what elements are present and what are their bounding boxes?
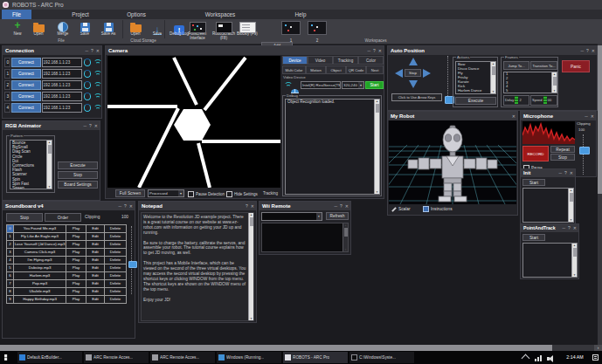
edit-button[interactable]: Edit bbox=[86, 249, 104, 256]
wii-scrollbar[interactable] bbox=[343, 223, 348, 251]
play-button[interactable]: Play bbox=[66, 225, 86, 232]
play-button[interactable]: Play bbox=[66, 280, 86, 287]
delay-spinner[interactable]: Delay 2 bbox=[503, 95, 529, 106]
minimize-icon[interactable]: ─ bbox=[562, 225, 565, 230]
taskbar-item-4[interactable]: Windows (Running... bbox=[217, 352, 281, 363]
actions-scrollbar[interactable] bbox=[490, 62, 495, 93]
connect-button[interactable]: Connect bbox=[11, 80, 40, 90]
minimize-icon[interactable]: ─ bbox=[558, 170, 562, 175]
open-button[interactable]: Open bbox=[27, 20, 50, 36]
repeat-button[interactable]: Repeat bbox=[550, 146, 575, 153]
minimize-icon[interactable]: ─ bbox=[367, 48, 370, 53]
save-as-button[interactable]: Save As bbox=[96, 20, 121, 36]
camera-tab-color[interactable]: Color bbox=[358, 56, 384, 65]
taskbar-item-5[interactable]: ROBOTS - ARC Pro bbox=[283, 352, 348, 363]
delete-button[interactable]: Delete bbox=[104, 264, 126, 271]
wifi-icon[interactable] bbox=[93, 70, 101, 78]
settings-swirl-icon[interactable] bbox=[84, 104, 91, 112]
robot-3d-view[interactable] bbox=[389, 120, 516, 204]
action-execute-button[interactable]: Execute bbox=[455, 97, 496, 105]
camera-tab-multi-color[interactable]: Multi Color bbox=[282, 65, 306, 74]
init-log-list[interactable] bbox=[522, 188, 574, 223]
scroll-right-arrow[interactable]: › bbox=[594, 345, 602, 351]
arrow-down-button[interactable] bbox=[409, 80, 418, 88]
speed-slider-vertical[interactable] bbox=[447, 56, 448, 103]
close-icon[interactable]: ✕ bbox=[378, 48, 382, 53]
help-icon[interactable]: ? bbox=[246, 203, 248, 209]
workspace-thumb-2[interactable]: 2 bbox=[308, 21, 327, 43]
panic-button[interactable]: Panic bbox=[562, 60, 590, 72]
instructions-button[interactable]: Instructions bbox=[423, 206, 453, 212]
stop-button[interactable]: Stop bbox=[58, 171, 98, 179]
address-field[interactable]: 192.168.1.1:23 bbox=[42, 103, 82, 113]
settings-swirl-icon[interactable] bbox=[84, 93, 91, 100]
merge-button[interactable]: Merge bbox=[52, 20, 74, 36]
wifi-icon[interactable] bbox=[93, 58, 101, 66]
close-icon[interactable]: ✕ bbox=[592, 48, 595, 53]
notepad-scrollbar[interactable] bbox=[248, 213, 253, 320]
wii-log-list[interactable] bbox=[261, 223, 349, 252]
execute-button[interactable]: Execute bbox=[58, 161, 98, 169]
chevron-down-icon[interactable]: ▼ bbox=[358, 82, 363, 88]
minimize-icon[interactable]: ─ bbox=[85, 48, 88, 53]
close-icon[interactable]: ✕ bbox=[251, 203, 254, 209]
edit-button[interactable]: Edit bbox=[86, 272, 104, 279]
address-field[interactable]: 192.168.1.1:23 bbox=[42, 92, 82, 101]
tab-workspaces[interactable]: Workspaces bbox=[199, 10, 241, 19]
wii-device-dropdown[interactable]: ▾ bbox=[261, 212, 322, 221]
frames-list[interactable]: 12345 bbox=[503, 72, 557, 93]
video-device-dropdown[interactable]: Intel(R) RealSense(TM) 3D bbox=[301, 81, 341, 89]
minimize-icon[interactable]: ─ bbox=[580, 48, 584, 53]
address-field[interactable]: 192.168.1.1:23 bbox=[42, 69, 82, 79]
camera-start-button[interactable]: Start bbox=[365, 81, 384, 89]
wifi-icon[interactable] bbox=[93, 104, 101, 112]
pattern-list-scrollbar[interactable] bbox=[46, 141, 52, 189]
help-icon[interactable]: ? bbox=[564, 170, 567, 175]
scalar-button[interactable]: Scalar bbox=[391, 207, 411, 211]
connect-button[interactable]: Connect bbox=[11, 58, 40, 67]
edit-button[interactable]: Edit bbox=[86, 280, 104, 287]
help-icon[interactable]: ? bbox=[373, 48, 376, 53]
help-icon[interactable]: ? bbox=[568, 225, 571, 230]
taskbar-item-6[interactable]: C:\Windows\Syste... bbox=[349, 352, 414, 363]
delete-button[interactable]: Delete bbox=[104, 225, 126, 232]
soundboard-stop-button[interactable]: Stop bbox=[6, 213, 43, 222]
notepad-textarea[interactable]: Welcome to the Revolution JD example pro… bbox=[141, 212, 254, 321]
mic-stop-button[interactable]: Stop bbox=[550, 154, 575, 161]
tray-expand-icon[interactable] bbox=[522, 354, 530, 363]
transition-to-button[interactable]: Transition To... bbox=[530, 61, 557, 70]
minimize-icon[interactable]: ─ bbox=[83, 123, 86, 128]
settings-swirl-icon[interactable] bbox=[84, 58, 91, 66]
pattern-item[interactable]: Sweep bbox=[10, 186, 52, 189]
taskbar-clock[interactable]: 2:14 AM bbox=[559, 351, 591, 364]
wifi-icon[interactable] bbox=[93, 93, 101, 100]
minimize-icon[interactable]: ─ bbox=[334, 203, 337, 209]
minimize-icon[interactable]: ─ bbox=[585, 113, 588, 119]
workspace-horizontal-scrollbar[interactable]: › bbox=[0, 345, 602, 351]
tab-help[interactable]: Help bbox=[288, 10, 313, 19]
arrow-up-button[interactable] bbox=[409, 58, 418, 65]
close-icon[interactable]: ✕ bbox=[591, 113, 594, 119]
edit-button[interactable]: Edit bbox=[86, 288, 104, 295]
soundboard-volume-slider[interactable] bbox=[131, 226, 132, 294]
tab-options[interactable]: Options bbox=[121, 10, 152, 19]
edit-button[interactable]: Edit bbox=[86, 233, 104, 240]
close-icon[interactable]: ✕ bbox=[570, 170, 573, 175]
taskbar-item-2[interactable]: ARC Remote Acces... bbox=[84, 352, 149, 363]
close-icon[interactable]: ✕ bbox=[96, 48, 100, 53]
arrow-right-button[interactable] bbox=[423, 69, 431, 78]
new-button[interactable]: + New bbox=[6, 20, 29, 36]
soundboard-order-button[interactable]: Order bbox=[45, 213, 81, 222]
help-icon[interactable]: ? bbox=[91, 48, 93, 53]
workspace-thumb-1[interactable]: 1 bbox=[281, 21, 301, 43]
init-scrollbar[interactable] bbox=[568, 189, 573, 222]
address-field[interactable]: 192.168.1.1:23 bbox=[42, 80, 82, 90]
settings-swirl-icon[interactable] bbox=[84, 81, 91, 89]
address-field[interactable]: 192.168.1.1:23 bbox=[42, 58, 82, 67]
delete-button[interactable]: Delete bbox=[104, 249, 126, 256]
close-icon[interactable]: ✕ bbox=[345, 203, 349, 209]
settings-swirl-icon[interactable] bbox=[84, 70, 91, 78]
connect-button[interactable]: Connect bbox=[11, 92, 40, 101]
jump-to-button[interactable]: Jump To... bbox=[503, 61, 529, 70]
pat-scrollbar[interactable] bbox=[571, 244, 577, 277]
